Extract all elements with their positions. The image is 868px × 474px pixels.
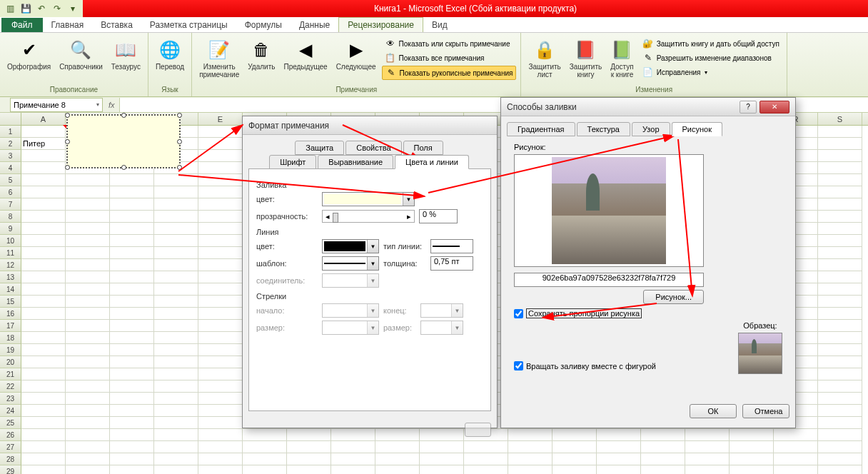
cell[interactable]: [154, 417, 198, 429]
cell[interactable]: [198, 296, 243, 308]
cell[interactable]: [818, 271, 862, 283]
delete-comment-button[interactable]: 🗑Удалить: [245, 37, 278, 72]
cell[interactable]: [66, 380, 110, 393]
cell[interactable]: [154, 332, 198, 344]
cancel-button[interactable]: Отмена: [742, 404, 789, 418]
cell[interactable]: [818, 417, 862, 429]
cell[interactable]: [198, 138, 243, 150]
cell[interactable]: [198, 223, 243, 235]
cell[interactable]: [66, 247, 110, 259]
row-header[interactable]: 3: [0, 150, 21, 162]
cell[interactable]: [730, 441, 774, 453]
cell[interactable]: [818, 405, 862, 417]
cell[interactable]: [818, 283, 862, 296]
cell[interactable]: [21, 259, 66, 271]
cell[interactable]: [198, 320, 243, 332]
cell[interactable]: [818, 198, 862, 211]
cell[interactable]: [154, 198, 198, 211]
tab-align[interactable]: Выравнивание: [318, 155, 393, 169]
cell[interactable]: [464, 453, 508, 465]
cell[interactable]: [685, 441, 730, 453]
show-all-comments-button[interactable]: 📋Показать все примечания: [382, 51, 517, 64]
cell[interactable]: [552, 453, 597, 465]
cell[interactable]: [110, 320, 154, 332]
excel-icon[interactable]: ▥: [3, 1, 17, 16]
line-color-dropdown[interactable]: ▼: [322, 239, 379, 253]
cell[interactable]: Питер: [21, 138, 66, 150]
cell[interactable]: [420, 453, 464, 465]
cell[interactable]: [198, 247, 243, 259]
cell[interactable]: [774, 453, 818, 465]
show-hide-comment-button[interactable]: 👁Показать или скрыть примечание: [382, 37, 517, 50]
row-header[interactable]: 19: [0, 344, 21, 356]
cell[interactable]: [21, 296, 66, 308]
cell[interactable]: [154, 344, 198, 356]
tab-insert[interactable]: Вставка: [92, 18, 141, 32]
tab-data[interactable]: Данные: [291, 18, 338, 32]
cell[interactable]: [21, 223, 66, 235]
cell[interactable]: [641, 441, 685, 453]
cell[interactable]: [685, 453, 730, 465]
cell[interactable]: [21, 320, 66, 332]
cell[interactable]: [154, 211, 198, 223]
cell[interactable]: [21, 465, 66, 474]
cell[interactable]: [818, 138, 862, 150]
cell[interactable]: [597, 429, 641, 441]
cell[interactable]: [21, 405, 66, 417]
protect-share-button[interactable]: 🔐Защитить книгу и дать общий доступ: [640, 37, 782, 50]
cell[interactable]: [198, 393, 243, 405]
col-header[interactable]: E: [198, 113, 243, 125]
cell[interactable]: [110, 235, 154, 247]
cell[interactable]: [21, 380, 66, 393]
tab-pagelayout[interactable]: Разметка страницы: [141, 18, 236, 32]
comment-box[interactable]: [66, 114, 181, 168]
cell[interactable]: [198, 380, 243, 393]
cell[interactable]: [375, 441, 420, 453]
cell[interactable]: [21, 308, 66, 320]
cell[interactable]: [21, 283, 66, 296]
transparency-value[interactable]: 0 %: [419, 209, 458, 223]
cell[interactable]: [66, 211, 110, 223]
prev-comment-button[interactable]: ◀Предыдущее: [281, 37, 330, 72]
tab-colors-lines[interactable]: Цвета и линии: [395, 155, 469, 169]
row-header[interactable]: 17: [0, 320, 21, 332]
cell[interactable]: [66, 453, 110, 465]
cell[interactable]: [66, 405, 110, 417]
cell[interactable]: [110, 453, 154, 465]
row-header[interactable]: 14: [0, 283, 21, 296]
cell[interactable]: [66, 283, 110, 296]
tab-pattern[interactable]: Узор: [632, 122, 670, 136]
row-header[interactable]: 10: [0, 235, 21, 247]
cell[interactable]: [110, 308, 154, 320]
cell[interactable]: [66, 174, 110, 186]
fx-icon[interactable]: fx: [104, 101, 119, 109]
cell[interactable]: [818, 259, 862, 271]
cell[interactable]: [66, 344, 110, 356]
cell[interactable]: [818, 320, 862, 332]
cell[interactable]: [154, 223, 198, 235]
cell[interactable]: [154, 405, 198, 417]
cell[interactable]: [198, 441, 243, 453]
cell[interactable]: [818, 247, 862, 259]
cell[interactable]: [21, 247, 66, 259]
cell[interactable]: [21, 368, 66, 380]
cell[interactable]: [66, 223, 110, 235]
cell[interactable]: [154, 441, 198, 453]
row-header[interactable]: 29: [0, 465, 21, 474]
share-book-button[interactable]: 📗Доступ к книге: [607, 37, 637, 80]
orthography-button[interactable]: ✔Орфография: [4, 37, 54, 72]
cell[interactable]: [818, 223, 862, 235]
cell[interactable]: [818, 441, 862, 453]
cell[interactable]: [198, 174, 243, 186]
cell[interactable]: [818, 380, 862, 393]
cell[interactable]: [198, 332, 243, 344]
cell[interactable]: [464, 465, 508, 474]
cell[interactable]: [243, 453, 287, 465]
cell[interactable]: [21, 429, 66, 441]
cell[interactable]: [21, 211, 66, 223]
resize-handle[interactable]: [177, 139, 182, 144]
fill-color-dropdown[interactable]: ▼: [322, 192, 415, 206]
cell[interactable]: [110, 186, 154, 198]
translate-button[interactable]: 🌐Перевод: [153, 37, 187, 72]
cell[interactable]: [110, 259, 154, 271]
